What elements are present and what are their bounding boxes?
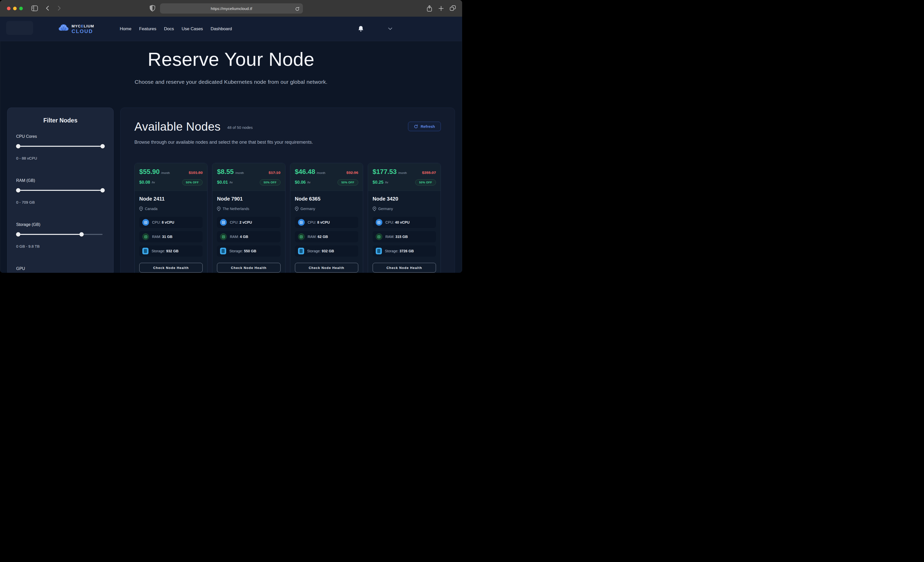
privacy-shield-icon[interactable] bbox=[150, 5, 155, 12]
check-node-health-button[interactable]: Check Node Health bbox=[139, 263, 202, 272]
nav-link-use-cases[interactable]: Use Cases bbox=[182, 26, 203, 31]
storage-icon bbox=[142, 248, 148, 254]
ram-spec-row: RAM:315 GB bbox=[373, 231, 436, 242]
refresh-button[interactable]: Refresh bbox=[408, 122, 441, 131]
minimize-window-button[interactable] bbox=[13, 7, 16, 10]
ram-spec-row: RAM:62 GB bbox=[295, 231, 358, 242]
account-chevron-down-icon[interactable] bbox=[388, 27, 392, 30]
cpu-icon bbox=[298, 219, 304, 226]
slider-track[interactable] bbox=[18, 190, 103, 191]
monthly-unit: /month bbox=[235, 171, 244, 175]
navbar-right bbox=[358, 25, 392, 32]
storage-icon bbox=[376, 248, 382, 254]
node-card-pricing: $8.55 /month $17.10 $0.01 /hr 50% OFF bbox=[212, 163, 285, 191]
browser-chrome: https://myceliumcloud.tf bbox=[0, 0, 462, 16]
slider-track[interactable] bbox=[18, 234, 103, 235]
nav-link-features[interactable]: Features bbox=[139, 26, 156, 31]
ram-range-slider[interactable] bbox=[16, 188, 105, 192]
location-pin-icon bbox=[139, 206, 143, 211]
url-bar[interactable]: https://myceliumcloud.tf bbox=[160, 3, 303, 13]
page-title: Reserve Your Node bbox=[0, 48, 462, 70]
original-price: $101.80 bbox=[189, 170, 202, 175]
brand-logo[interactable]: MYCELIUM CLOUD bbox=[58, 24, 94, 34]
nav-link-docs[interactable]: Docs bbox=[164, 26, 174, 31]
close-window-button[interactable] bbox=[7, 7, 10, 10]
node-card-body: Node 7901 The Netherlands CPU:2 vCPU bbox=[212, 191, 285, 273]
node-card-body: Node 2411 Canada CPU:8 vCPU bbox=[135, 191, 207, 273]
page-subtitle: Choose and reserve your dedicated Kubern… bbox=[0, 79, 462, 85]
check-node-health-button[interactable]: Check Node Health bbox=[373, 263, 436, 272]
storage-spec-label: Storage: bbox=[229, 249, 243, 253]
storage-icon bbox=[220, 248, 226, 254]
cpu-cores-label: CPU Cores bbox=[16, 134, 105, 139]
zoom-window-button[interactable] bbox=[19, 7, 23, 10]
monthly-price: $8.55 bbox=[217, 168, 234, 176]
tab-overview-icon[interactable] bbox=[450, 5, 456, 11]
notifications-bell-icon[interactable] bbox=[358, 25, 364, 32]
back-icon[interactable] bbox=[45, 5, 50, 11]
slider-min-handle[interactable] bbox=[16, 232, 21, 237]
brand-text: MYCELIUM CLOUD bbox=[72, 24, 94, 34]
ram-spec-value: 315 GB bbox=[396, 235, 408, 239]
reload-page-icon[interactable] bbox=[295, 6, 300, 13]
slider-track[interactable] bbox=[18, 146, 103, 147]
monthly-unit: /month bbox=[317, 171, 326, 175]
node-location-text: Germany bbox=[301, 207, 315, 211]
cpu-spec-label: CPU: bbox=[308, 220, 316, 224]
cpu-spec-row: CPU:8 vCPU bbox=[139, 217, 202, 228]
node-card-pricing: $46.48 /month $92.96 $0.06 /hr 50% OFF bbox=[290, 163, 363, 191]
ram-icon bbox=[376, 233, 382, 240]
forward-icon[interactable] bbox=[56, 5, 62, 11]
node-card: $46.48 /month $92.96 $0.06 /hr 50% OFF bbox=[290, 163, 363, 273]
hourly-unit: /hr bbox=[385, 181, 388, 184]
storage-spec-row: Storage:3726 GB bbox=[373, 245, 436, 257]
slider-max-handle[interactable] bbox=[100, 144, 105, 149]
browser-window: https://myceliumcloud.tf bbox=[0, 0, 462, 273]
hourly-price: $0.25 bbox=[373, 180, 384, 185]
slider-min-handle[interactable] bbox=[16, 144, 21, 149]
ram-icon bbox=[220, 233, 227, 240]
cpu-icon bbox=[142, 219, 149, 226]
nav-link-home[interactable]: Home bbox=[120, 26, 131, 31]
hourly-price: $0.08 bbox=[139, 180, 150, 185]
node-location: Canada bbox=[139, 206, 202, 211]
slider-max-handle[interactable] bbox=[100, 188, 105, 193]
location-pin-icon bbox=[217, 206, 220, 211]
available-nodes-header: Available Nodes 48 of 50 nodes Refresh bbox=[134, 120, 441, 133]
node-card-body: Node 3420 Germany CPU:40 vCPU bbox=[368, 191, 441, 273]
hourly-unit: /hr bbox=[152, 181, 155, 184]
hourly-price: $0.01 bbox=[217, 180, 228, 185]
hourly-unit: /hr bbox=[307, 181, 310, 184]
check-node-health-button[interactable]: Check Node Health bbox=[217, 263, 280, 272]
share-icon[interactable] bbox=[426, 5, 432, 12]
new-tab-icon[interactable] bbox=[438, 6, 444, 11]
storage-range-slider[interactable] bbox=[16, 232, 105, 236]
brand-name-bottom: CLOUD bbox=[72, 29, 94, 34]
nav-links: Home Features Docs Use Cases Dashboard bbox=[120, 26, 232, 31]
node-name: Node 7901 bbox=[217, 196, 280, 202]
slider-min-handle[interactable] bbox=[16, 188, 21, 193]
node-card-pricing: $177.53 /month $355.07 $0.25 /hr 50% OFF bbox=[368, 163, 441, 191]
node-card: $177.53 /month $355.07 $0.25 /hr 50% OFF bbox=[368, 163, 441, 273]
sidebar-toggle-icon[interactable] bbox=[31, 5, 38, 11]
cpu-spec-label: CPU: bbox=[386, 220, 394, 224]
hero-section: Reserve Your Node Choose and reserve you… bbox=[0, 48, 462, 85]
cpu-spec-row: CPU:8 vCPU bbox=[295, 217, 358, 228]
slider-max-handle[interactable] bbox=[79, 232, 84, 237]
check-node-health-button[interactable]: Check Node Health bbox=[295, 263, 358, 272]
node-location: Germany bbox=[295, 206, 358, 211]
node-card: $8.55 /month $17.10 $0.01 /hr 50% OFF bbox=[212, 163, 285, 273]
cpu-cores-range-slider[interactable] bbox=[16, 144, 105, 148]
ram-icon bbox=[298, 233, 304, 240]
monthly-price: $55.90 bbox=[139, 168, 160, 176]
storage-spec-label: Storage: bbox=[385, 249, 399, 253]
discount-badge: 50% OFF bbox=[338, 179, 358, 185]
ram-spec-value: 4 GB bbox=[240, 235, 248, 239]
original-price: $355.07 bbox=[422, 170, 436, 175]
slider-fill bbox=[18, 234, 81, 235]
nav-link-dashboard[interactable]: Dashboard bbox=[210, 26, 232, 31]
location-pin-icon bbox=[373, 206, 376, 211]
hourly-unit: /hr bbox=[230, 181, 233, 184]
available-nodes-description: Browse through our available nodes and s… bbox=[134, 140, 441, 145]
refresh-button-label: Refresh bbox=[421, 124, 435, 129]
